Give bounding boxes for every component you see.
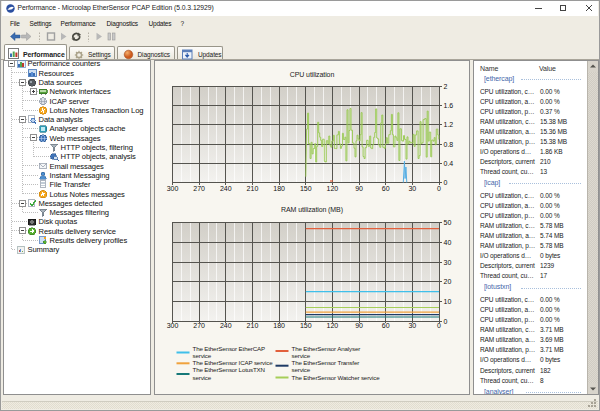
svg-text:File Transfer: File Transfer bbox=[50, 180, 91, 189]
svg-text:210: 210 bbox=[247, 322, 259, 329]
svg-text:Email messages: Email messages bbox=[50, 162, 105, 171]
svg-text:180: 180 bbox=[273, 185, 285, 192]
svg-text:Data analysis: Data analysis bbox=[39, 115, 84, 124]
svg-text:0: 0 bbox=[444, 179, 448, 186]
svg-text:Web messages: Web messages bbox=[50, 134, 101, 143]
svg-text:240: 240 bbox=[220, 185, 232, 192]
svg-text:0: 0 bbox=[437, 185, 441, 192]
svg-text:service: service bbox=[292, 352, 311, 359]
svg-text:270: 270 bbox=[193, 185, 205, 192]
svg-text:90: 90 bbox=[355, 185, 363, 192]
svg-text:The EtherSensor LotusTXN: The EtherSensor LotusTXN bbox=[193, 366, 265, 373]
svg-text:10: 10 bbox=[444, 298, 452, 305]
svg-text:Instant Messaging: Instant Messaging bbox=[50, 171, 110, 180]
svg-text:The EtherSensor Watcher servic: The EtherSensor Watcher service bbox=[292, 374, 381, 381]
svg-text:0.4: 0.4 bbox=[444, 160, 454, 167]
svg-text:RAM utilization (MB): RAM utilization (MB) bbox=[281, 206, 343, 214]
svg-text:Summary: Summary bbox=[28, 245, 60, 254]
svg-text:30: 30 bbox=[444, 259, 452, 266]
svg-text:The EtherSensor Analyser: The EtherSensor Analyser bbox=[292, 345, 361, 352]
svg-text:Analyser objects cache: Analyser objects cache bbox=[50, 124, 126, 133]
svg-text:120: 120 bbox=[327, 185, 339, 192]
svg-text:0: 0 bbox=[437, 322, 441, 329]
svg-text:210: 210 bbox=[247, 185, 259, 192]
svg-text:Messages detected: Messages detected bbox=[39, 199, 103, 208]
svg-text:Results delivery service: Results delivery service bbox=[39, 227, 116, 236]
svg-text:Performance counters: Performance counters bbox=[28, 60, 101, 68]
svg-text:300: 300 bbox=[167, 185, 179, 192]
svg-text:1.2: 1.2 bbox=[444, 121, 454, 128]
svg-text:service: service bbox=[193, 374, 212, 381]
svg-text:240: 240 bbox=[220, 322, 232, 329]
svg-text:Disk quotas: Disk quotas bbox=[39, 217, 78, 226]
svg-text:60: 60 bbox=[382, 322, 390, 329]
svg-text:270: 270 bbox=[193, 322, 205, 329]
svg-text:HTTP objects, analysis: HTTP objects, analysis bbox=[61, 152, 137, 161]
svg-text:0.8: 0.8 bbox=[444, 141, 454, 148]
svg-text:service: service bbox=[292, 366, 311, 373]
svg-text:Network interfaces: Network interfaces bbox=[50, 87, 111, 96]
svg-text:Data sources: Data sources bbox=[39, 78, 83, 87]
svg-text:40: 40 bbox=[444, 239, 452, 246]
svg-text:ICAP server: ICAP server bbox=[50, 97, 90, 106]
svg-text:Lotus Notes Transaction Log: Lotus Notes Transaction Log bbox=[50, 106, 144, 115]
svg-text:150: 150 bbox=[300, 322, 312, 329]
svg-text:2: 2 bbox=[444, 83, 448, 90]
svg-text:HTTP objects, filtering: HTTP objects, filtering bbox=[61, 143, 133, 152]
svg-text:The EtherSensor Transfer: The EtherSensor Transfer bbox=[292, 359, 360, 366]
svg-text:50: 50 bbox=[444, 219, 452, 226]
svg-text:30: 30 bbox=[408, 322, 416, 329]
svg-text:The EtherSensor EtherCAP: The EtherSensor EtherCAP bbox=[193, 345, 265, 352]
svg-text:30: 30 bbox=[408, 185, 416, 192]
svg-text:Lotus Notes messages: Lotus Notes messages bbox=[50, 190, 126, 199]
svg-text:CPU utilization: CPU utilization bbox=[290, 71, 335, 78]
svg-text:The EtherSensor ICAP service: The EtherSensor ICAP service bbox=[193, 359, 274, 366]
svg-text:60: 60 bbox=[382, 185, 390, 192]
svg-text:20: 20 bbox=[444, 278, 452, 285]
svg-text:Results delivery profiles: Results delivery profiles bbox=[50, 236, 128, 245]
svg-text:90: 90 bbox=[355, 322, 363, 329]
svg-text:Messages filtering: Messages filtering bbox=[50, 208, 109, 217]
svg-text:Resources: Resources bbox=[39, 69, 75, 78]
svg-text:150: 150 bbox=[300, 185, 312, 192]
svg-text:300: 300 bbox=[167, 322, 179, 329]
svg-text:120: 120 bbox=[327, 322, 339, 329]
svg-text:1.6: 1.6 bbox=[444, 102, 454, 109]
svg-text:0: 0 bbox=[444, 318, 448, 325]
svg-text:service: service bbox=[193, 352, 212, 359]
svg-text:180: 180 bbox=[273, 322, 285, 329]
